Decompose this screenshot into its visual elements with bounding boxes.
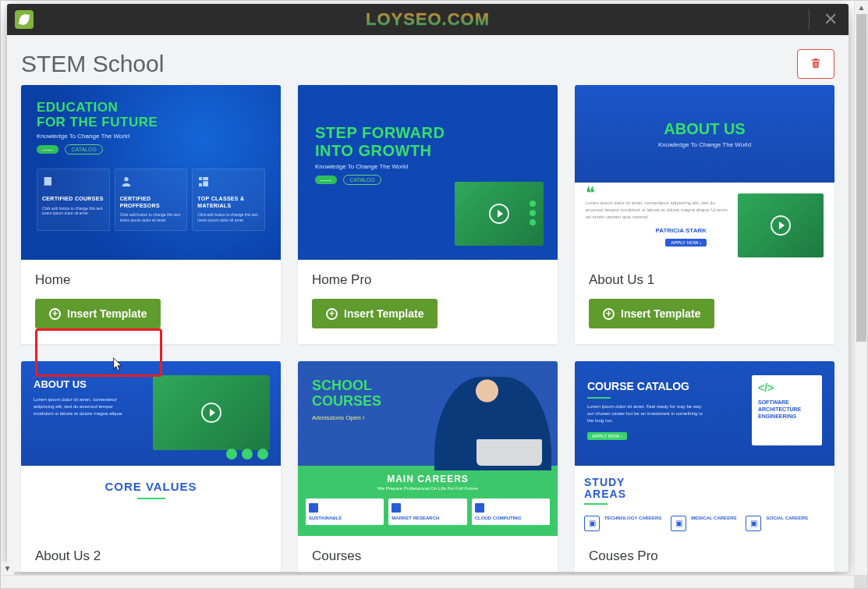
insert-template-button[interactable]: + Insert Template	[312, 299, 438, 328]
thumb-desc: Lorem ipsum dolor sit amet. Feel ready f…	[587, 403, 704, 424]
template-card-courses: SCHOOLCOURSES Admissions Open ! MAIN CAR…	[298, 361, 558, 572]
card-body: About Us 2	[21, 536, 281, 572]
apply-button: APPLY NOW ›	[587, 432, 627, 440]
video-preview	[153, 375, 270, 450]
person-icon	[120, 176, 133, 188]
career-tile: MARKET RESEARCH	[388, 499, 466, 525]
template-thumbnail[interactable]: ABOUT US Lorem ipsum dolor sit amet, con…	[21, 361, 281, 536]
feature-card-title: SOFTWARE ARCHITECTURE ENGINEERING	[758, 399, 816, 420]
social-icon	[242, 449, 253, 459]
card-body: Couses Pro	[575, 536, 834, 572]
template-card-about-us-2: ABOUT US Lorem ipsum dolor sit amet, con…	[21, 361, 281, 572]
tile-icon	[475, 503, 484, 513]
pill: ——	[315, 176, 337, 184]
template-thumbnail[interactable]: SCHOOLCOURSES Admissions Open ! MAIN CAR…	[298, 361, 558, 536]
template-thumbnail[interactable]: ABOUT US Knowledge To Change The World ❝…	[575, 85, 834, 260]
pill: CATALOG	[343, 175, 381, 185]
briefcase-icon: ▣	[671, 516, 686, 531]
feature-card: </> SOFTWARE ARCHITECTURE ENGINEERING	[752, 375, 822, 445]
card-body: Home + Insert Template	[21, 260, 281, 344]
card-title: About Us 1	[589, 272, 820, 288]
social-icon	[257, 449, 268, 459]
close-icon: ✕	[824, 9, 838, 29]
card-title: Home	[35, 272, 267, 288]
modal-header: LOYSEO.COM ✕	[7, 4, 849, 35]
template-thumbnail[interactable]: COURSE CATALOG Lorem ipsum dolor sit ame…	[575, 361, 834, 536]
feature-box: TOP CLASSES & MATERIALS Click edit butto…	[192, 169, 265, 231]
study-chip: ▣MEDICAL CAREERS	[671, 516, 736, 531]
insert-label: Insert Template	[621, 307, 700, 320]
scroll-up-arrow-icon[interactable]: ▲	[855, 1, 868, 14]
delete-button[interactable]	[797, 49, 834, 79]
vertical-scrollbar[interactable]: ▲	[854, 1, 867, 575]
tile-icon	[309, 503, 318, 513]
briefcase-icon: ▣	[746, 516, 761, 531]
pill: ——	[37, 145, 58, 154]
play-icon	[489, 204, 509, 224]
thumb-headline: EDUCATIONFOR THE FUTURE	[37, 101, 265, 130]
template-thumbnail[interactable]: STEP FORWARDINTO GROWTH Knowledge To Cha…	[298, 85, 558, 260]
card-title: About Us 2	[35, 548, 267, 564]
template-grid: EDUCATIONFOR THE FUTURE Knowledge To Cha…	[21, 85, 834, 572]
scroll-thumb[interactable]	[856, 14, 866, 342]
template-card-home: EDUCATIONFOR THE FUTURE Knowledge To Cha…	[21, 85, 281, 344]
study-chip: ▣TECHNOLOGY CAREERS	[584, 516, 661, 531]
plus-circle-icon: +	[49, 308, 61, 320]
thumb-subtitle: Knowledge To Change The World	[37, 133, 265, 140]
template-card-home-pro: STEP FORWARDINTO GROWTH Knowledge To Cha…	[298, 85, 558, 344]
indicator-dots	[530, 200, 536, 225]
insert-label: Insert Template	[67, 307, 147, 320]
card-body: Courses	[298, 536, 558, 572]
card-title: Home Pro	[312, 272, 544, 288]
feature-box: CERTIFIED PROFFESORS Click edit button t…	[115, 169, 188, 231]
thumb-headline: STEP FORWARDINTO GROWTH	[315, 124, 540, 160]
career-tile: SUSTAINABLE	[306, 499, 384, 525]
close-button[interactable]: ✕	[820, 9, 841, 30]
insert-template-button[interactable]: + Insert Template	[589, 299, 714, 328]
pill: CATALOG	[65, 144, 102, 154]
insert-template-button[interactable]: + Insert Template	[35, 299, 161, 328]
card-title: Courses	[312, 548, 544, 564]
plus-circle-icon: +	[326, 308, 338, 320]
study-chips: ▣TECHNOLOGY CAREERS ▣MEDICAL CAREERS ▣SO…	[584, 516, 825, 531]
svg-point-0	[124, 177, 128, 181]
template-card-courses-pro: COURSE CATALOG Lorem ipsum dolor sit ame…	[575, 361, 834, 572]
modal-body: STEM School EDUCATIONFOR THE FUTURE Know…	[7, 35, 849, 572]
horizontal-scrollbar[interactable]	[1, 575, 854, 588]
insert-label: Insert Template	[344, 307, 423, 320]
briefcase-icon: ▣	[584, 516, 600, 531]
thumb-subtitle: Knowledge To Change The World	[658, 141, 751, 148]
core-values-title: CORE VALUES	[21, 480, 281, 493]
social-icons	[226, 449, 268, 459]
main-careers-sub: We Prepare Professional On Life For Full…	[306, 486, 550, 491]
card-title: Couses Pro	[589, 548, 820, 564]
thumb-subtitle: Knowledge To Change The World	[315, 163, 540, 170]
study-areas-title: STUDYAREAS	[584, 477, 825, 499]
trash-icon	[810, 57, 822, 72]
card-body: About Us 1 + Insert Template	[575, 260, 834, 344]
video-preview	[738, 193, 824, 257]
play-icon	[771, 215, 791, 236]
scroll-down-arrow-icon[interactable]: ▼	[1, 562, 14, 575]
play-icon	[201, 403, 221, 423]
viewport: LOYSEO.COM ✕ STEM School	[0, 0, 868, 589]
page-title: STEM School	[21, 51, 164, 77]
laptop-graphic	[477, 439, 542, 466]
template-library-modal: LOYSEO.COM ✕ STEM School	[7, 4, 849, 572]
main-careers-title: MAIN CAREERS	[306, 474, 550, 484]
social-icon	[226, 449, 237, 459]
career-tile: CLOUD COMPUTING	[472, 499, 550, 525]
header-divider	[809, 9, 810, 30]
quote-text: Lorem ipsum dolor sit amet, consectetur …	[586, 200, 730, 221]
leaf-icon	[19, 13, 30, 26]
watermark-text: LOYSEO.COM	[366, 9, 490, 30]
template-thumbnail[interactable]: EDUCATIONFOR THE FUTURE Knowledge To Cha…	[21, 85, 281, 260]
feature-box: CERTIFIED COURSES Click edit button to c…	[37, 169, 110, 231]
underline	[584, 503, 608, 505]
underline	[587, 397, 611, 399]
apply-button: APPLY NOW ›	[665, 239, 707, 247]
career-tiles: SUSTAINABLE MARKET RESEARCH CLOUD COMPUT…	[306, 499, 550, 525]
feature-row: CERTIFIED COURSES Click edit button to c…	[37, 169, 265, 231]
scroll-corner	[854, 575, 867, 588]
template-card-about-us-1: ABOUT US Knowledge To Change The World ❝…	[575, 85, 834, 344]
